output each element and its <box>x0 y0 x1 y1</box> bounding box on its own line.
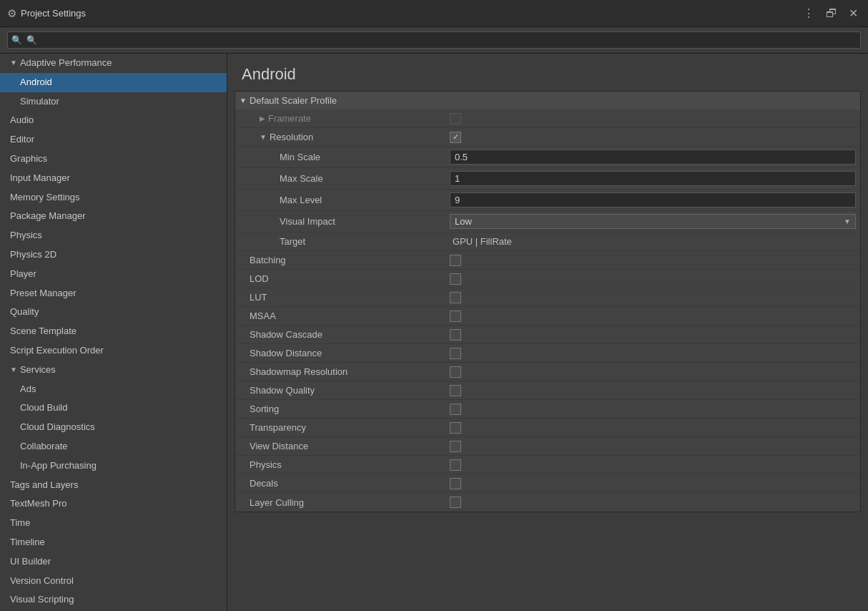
sidebar-item-time[interactable]: Time <box>0 514 227 533</box>
target-row: Target GPU | FillRate <box>235 233 860 251</box>
sidebar-item-quality[interactable]: Quality <box>0 303 227 322</box>
scaler-checkbox-12[interactable] <box>450 478 461 489</box>
scaler-label-8: Sorting <box>250 404 450 414</box>
max_level-row: Max Level <box>235 190 860 211</box>
sidebar-item-label: Scene Template <box>10 324 77 339</box>
resolution-checkbox[interactable] <box>450 132 461 143</box>
sidebar-item-player[interactable]: Player <box>0 265 227 284</box>
sidebar-item-textmesh-pro[interactable]: TextMesh Pro <box>0 494 227 514</box>
max_level-label: Max Level <box>250 195 450 205</box>
scaler-checkbox-9[interactable] <box>450 422 461 434</box>
max_scale-field <box>450 171 856 186</box>
framerate-value <box>450 113 856 124</box>
sidebar-item-visual-scripting[interactable]: Visual Scripting <box>0 590 227 610</box>
target-field: GPU | FillRate <box>450 236 856 247</box>
scaler-value-12 <box>450 478 856 489</box>
scaler-label-7: Shadow Quality <box>250 385 450 396</box>
default-scaler-header[interactable]: Default Scaler Profile <box>235 92 860 109</box>
min_scale-label: Min Scale <box>250 152 450 162</box>
scaler-checkbox-1[interactable] <box>450 273 461 285</box>
sidebar-item-script-execution-order[interactable]: Script Execution Order <box>0 341 227 361</box>
sidebar-item-simulator[interactable]: Simulator <box>0 92 227 112</box>
page-title: Android <box>242 65 854 84</box>
titlebar-controls: ⋮ 🗗 ✕ <box>800 5 861 21</box>
sidebar-item-adaptive-performance[interactable]: Adaptive Performance <box>0 54 227 73</box>
scaler-checkbox-3[interactable] <box>450 311 461 322</box>
scaler-value-8 <box>450 404 856 415</box>
scaler-row-msaa: MSAA <box>235 307 860 326</box>
visual_impact-dropdown[interactable]: Low▼ <box>450 214 856 229</box>
scaler-row-view-distance: View Distance <box>235 437 860 456</box>
sidebar-item-cloud-build[interactable]: Cloud Build <box>0 399 227 418</box>
sidebar-item-physics[interactable]: Physics <box>0 226 227 245</box>
sidebar-item-label: Physics <box>10 228 42 243</box>
sidebar-item-label: Cloud Diagnostics <box>20 420 95 435</box>
scaler-checkbox-8[interactable] <box>450 404 461 415</box>
search-icon: 🔍 <box>11 35 22 45</box>
scaler-checkbox-5[interactable] <box>450 348 461 359</box>
sidebar-item-label: UI Builder <box>10 554 51 570</box>
sidebar-item-label: Visual Scripting <box>10 592 74 607</box>
sidebar-item-graphics[interactable]: Graphics <box>0 150 227 169</box>
sidebar-item-label: Ads <box>20 382 36 397</box>
arrow-icon <box>10 364 17 376</box>
sidebar-item-audio[interactable]: Audio <box>0 111 227 130</box>
sidebar-item-collaborate[interactable]: Collaborate <box>0 437 227 456</box>
scaler-value-3 <box>450 311 856 322</box>
scaler-checkbox-13[interactable] <box>450 497 461 508</box>
main-layout: Adaptive PerformanceAndroidSimulatorAudi… <box>0 54 868 611</box>
sidebar-item-memory-settings[interactable]: Memory Settings <box>0 188 227 207</box>
sidebar-item-package-manager[interactable]: Package Manager <box>0 207 227 226</box>
scaler-checkbox-6[interactable] <box>450 366 461 378</box>
framerate-checkbox[interactable] <box>450 113 461 124</box>
scaler-label-12: Decals <box>250 478 450 489</box>
scaler-checkbox-0[interactable] <box>450 255 461 266</box>
sidebar-item-tags-and-layers[interactable]: Tags and Layers <box>0 476 227 495</box>
min_scale-input[interactable] <box>450 150 856 165</box>
content-header: Android <box>227 54 868 91</box>
sidebar-item-label: In-App Purchasing <box>20 459 97 474</box>
scaler-checkbox-11[interactable] <box>450 459 461 471</box>
scaler-checkbox-7[interactable] <box>450 385 461 396</box>
scaler-checkbox-10[interactable] <box>450 441 461 452</box>
sidebar-item-ui-builder[interactable]: UI Builder <box>0 552 227 572</box>
sidebar-item-preset-manager[interactable]: Preset Manager <box>0 284 227 303</box>
sidebar-item-cloud-diagnostics[interactable]: Cloud Diagnostics <box>0 418 227 437</box>
scaler-row-sorting: Sorting <box>235 400 860 419</box>
sidebar-item-version-control[interactable]: Version Control <box>0 572 227 591</box>
menu-icon[interactable]: ⋮ <box>800 5 817 21</box>
max_scale-input[interactable] <box>450 171 856 186</box>
scaler-label-2: LUT <box>250 292 450 303</box>
maximize-button[interactable]: 🗗 <box>823 6 840 21</box>
scaler-label-0: Batching <box>250 255 450 265</box>
framerate-text: Framerate <box>268 113 311 124</box>
sidebar-item-services[interactable]: Services <box>0 361 227 380</box>
sidebar-item-label: Input Manager <box>10 171 70 186</box>
scaler-row-lut: LUT <box>235 288 860 307</box>
sidebar-item-physics-2d[interactable]: Physics 2D <box>0 245 227 265</box>
search-input[interactable] <box>7 31 861 49</box>
sidebar-item-input-manager[interactable]: Input Manager <box>0 169 227 188</box>
sidebar-item-label: Version Control <box>10 574 74 589</box>
sidebar-item-editor[interactable]: Editor <box>0 130 227 150</box>
sidebar-item-android[interactable]: Android <box>0 73 227 92</box>
visual_impact-row: Visual Impact Low▼ <box>235 211 860 233</box>
close-button[interactable]: ✕ <box>846 5 861 21</box>
sidebar-item-ads[interactable]: Ads <box>0 380 227 399</box>
sidebar-item-scene-template[interactable]: Scene Template <box>0 322 227 341</box>
sidebar-item-label: Adaptive Performance <box>20 56 112 71</box>
searchbar: 🔍 <box>0 27 868 54</box>
scaler-checkbox-4[interactable] <box>450 329 461 341</box>
scaler-label-4: Shadow Cascade <box>250 329 450 340</box>
max_scale-label: Max Scale <box>250 173 450 184</box>
max_level-input[interactable] <box>450 192 856 207</box>
scaler-value-5 <box>450 348 856 359</box>
resolution-value <box>450 132 856 143</box>
sidebar-item-timeline[interactable]: Timeline <box>0 533 227 552</box>
scaler-checkbox-2[interactable] <box>450 292 461 303</box>
scaler-value-4 <box>450 329 856 341</box>
scaler-label-13: Layer Culling <box>250 497 450 508</box>
sidebar-item-label: Simulator <box>20 94 59 109</box>
sidebar-item-in-app-purchasing[interactable]: In-App Purchasing <box>0 456 227 476</box>
resolution-arrow-icon <box>260 133 267 141</box>
